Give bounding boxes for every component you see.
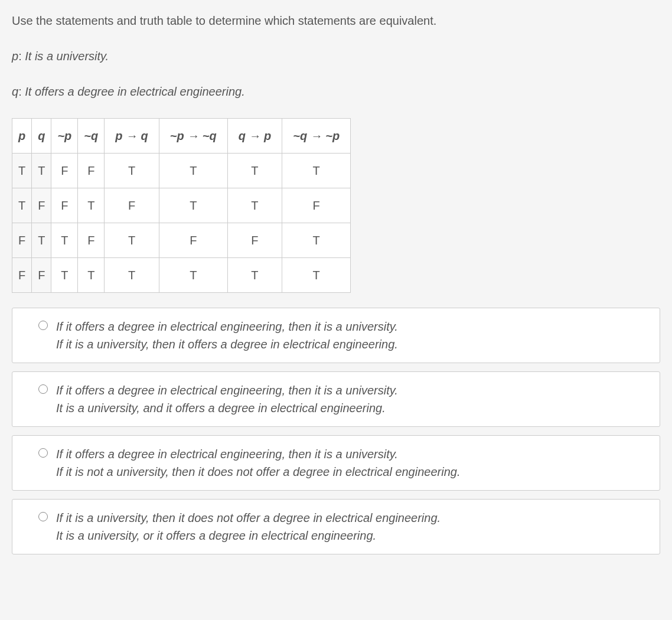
option-line-2: It is a university, and it offers a degr… [56, 399, 648, 417]
header-p: p [12, 119, 32, 154]
option-line-2: If it is a university, then it offers a … [56, 335, 648, 353]
header-not-q: ~q [78, 119, 105, 154]
option-line-2: If it is not a university, then it does … [56, 463, 648, 481]
header-q: q [32, 119, 51, 154]
radio-icon[interactable] [38, 321, 48, 330]
header-q-implies-p: q → p [227, 119, 282, 154]
table-row: F F T T T T T T [12, 258, 351, 293]
header-p-implies-q: p → q [105, 119, 159, 154]
option-4[interactable]: If it is a university, then it does not … [12, 499, 660, 554]
option-line-1: If it is a university, then it does not … [56, 509, 648, 527]
option-line-1: If it offers a degree in electrical engi… [56, 445, 648, 463]
radio-icon[interactable] [38, 384, 48, 394]
table-row: T F F T F T T F [12, 188, 351, 223]
header-not-p: ~p [51, 119, 78, 154]
option-line-2: It is a university, or it offers a degre… [56, 527, 648, 544]
p-label: p [12, 50, 18, 63]
question-prompt: Use the statements and truth table to de… [12, 12, 660, 30]
option-line-1: If it offers a degree in electrical engi… [56, 318, 648, 335]
option-2[interactable]: If it offers a degree in electrical engi… [12, 371, 660, 427]
option-1[interactable]: If it offers a degree in electrical engi… [12, 308, 660, 363]
statement-q: q: It offers a degree in electrical engi… [12, 83, 660, 100]
header-notq-implies-notp: ~q → ~p [282, 119, 351, 154]
radio-icon[interactable] [38, 512, 48, 521]
option-3[interactable]: If it offers a degree in electrical engi… [12, 435, 660, 491]
header-notp-implies-notq: ~p → ~q [159, 119, 227, 154]
q-text: It offers a degree in electrical enginee… [25, 85, 244, 98]
q-label: q [12, 85, 18, 98]
radio-icon[interactable] [38, 448, 48, 458]
truth-table: p q ~p ~q p → q ~p → ~q q → p ~q → ~p T … [12, 118, 351, 293]
table-row: F T T F T F F T [12, 223, 351, 258]
table-row: T T F F T T T T [12, 154, 351, 188]
option-line-1: If it offers a degree in electrical engi… [56, 381, 648, 399]
p-text: It is a university. [25, 50, 109, 63]
statement-p: p: It is a university. [12, 47, 660, 65]
table-header-row: p q ~p ~q p → q ~p → ~q q → p ~q → ~p [12, 119, 351, 154]
